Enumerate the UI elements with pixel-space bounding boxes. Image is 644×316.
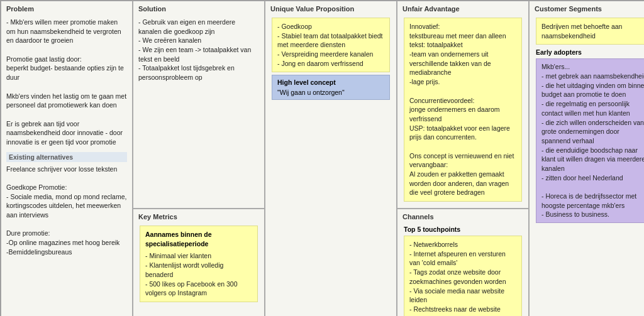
- lean-canvas: Problem - Mkb'ers willen meer promotie m…: [0, 0, 644, 316]
- segments-header: Customer Segments: [535, 5, 644, 14]
- unfair-content: Innovatief: tekstbureau met meer dan all…: [409, 22, 516, 197]
- early-adopters-label: Early adopters: [536, 48, 644, 56]
- key-metrics-sticky-header: Aannames binnen de specialisatieperiode: [145, 230, 252, 248]
- problem-cell: Problem - Mkb'ers willen meer promotie m…: [1, 1, 133, 316]
- segments-content: Bedrijven met behoefte aan naamsbekendhe…: [541, 22, 644, 40]
- solution-cell: Solution - Gebruik van eigen en meerdere…: [133, 1, 265, 209]
- unfair-header: Unfair Advantage: [402, 5, 523, 14]
- uvp-header: Unique Value Proposition: [270, 5, 391, 14]
- early-adopters-sticky: Mkb'ers... - met gebrek aan naamsbekendh…: [536, 58, 644, 223]
- key-metrics-cell: Key Metrics Aannames binnen de specialis…: [133, 209, 265, 316]
- channels-content: - Netwerkborrels - Internet afspeuren en…: [409, 240, 516, 314]
- unfair-cell: Unfair Advantage Innovatief: tekstbureau…: [397, 1, 529, 209]
- top5-header: Top 5 touchpoints: [404, 226, 522, 233]
- solution-header: Solution: [138, 5, 259, 14]
- segments-cell: Customer Segments Bedrijven met behoefte…: [529, 1, 644, 316]
- uvp-cell: Unique Value Proposition - Goedkoop - St…: [265, 1, 397, 316]
- problem-header: Problem: [6, 5, 127, 14]
- high-level-header: High level concept: [277, 79, 384, 86]
- channels-sticky: - Netwerkborrels - Internet afspeuren en…: [404, 236, 522, 316]
- key-metrics-sticky: Aannames binnen de specialisatieperiode …: [140, 226, 258, 302]
- early-adopters-content: Mkb'ers... - met gebrek aan naamsbekendh…: [541, 62, 644, 219]
- key-metrics-content: - Minimaal vier klanten - Klantenlijst w…: [145, 251, 252, 297]
- existing-alt-header: Existing alternatives: [6, 152, 127, 162]
- problem-content: - Mkb'ers willen meer promotie maken om …: [6, 18, 127, 147]
- high-level-content: "Wij gaan u ontzorgen": [277, 89, 384, 96]
- solution-content: - Gebruik van eigen en meerdere kanalen …: [138, 18, 259, 82]
- segments-main-sticky: Bedrijven met behoefte aan naamsbekendhe…: [536, 18, 644, 45]
- channels-header: Channels: [402, 213, 523, 222]
- unfair-sticky: Innovatief: tekstbureau met meer dan all…: [404, 18, 522, 202]
- uvp-content: - Goedkoop - Stabiel team dat totaalpakk…: [277, 22, 384, 68]
- uvp-sticky: - Goedkoop - Stabiel team dat totaalpakk…: [272, 18, 390, 72]
- existing-alt-content: Freelance schrijver voor losse teksten G…: [6, 165, 127, 257]
- high-level-sticky: High level concept "Wij gaan u ontzorgen…: [272, 75, 390, 100]
- key-metrics-header: Key Metrics: [138, 213, 259, 222]
- channels-cell: Channels Top 5 touchpoints - Netwerkborr…: [397, 209, 529, 316]
